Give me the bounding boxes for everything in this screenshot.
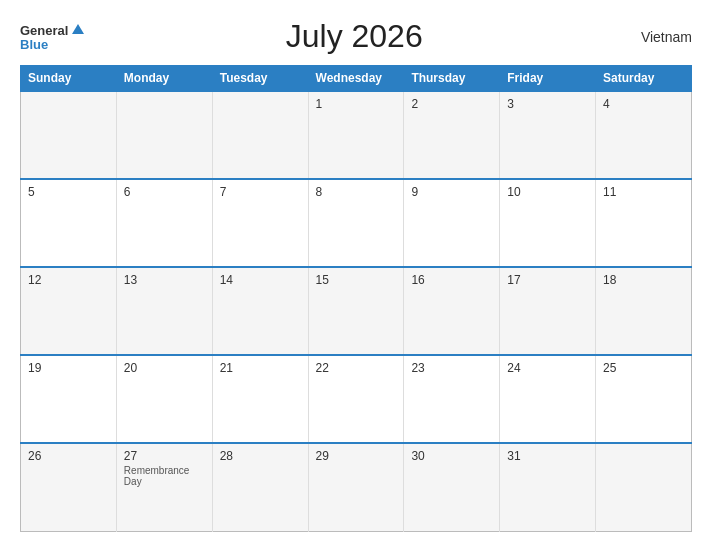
day-number: 29 <box>316 449 397 463</box>
cell-w1-d4: 1 <box>308 91 404 179</box>
day-number: 11 <box>603 185 684 199</box>
day-number: 10 <box>507 185 588 199</box>
header-thursday: Thursday <box>404 66 500 92</box>
day-number: 14 <box>220 273 301 287</box>
month-title: July 2026 <box>86 18 622 55</box>
svg-marker-0 <box>72 24 84 34</box>
day-number: 3 <box>507 97 588 111</box>
cell-w2-d2: 6 <box>116 179 212 267</box>
header-friday: Friday <box>500 66 596 92</box>
day-number: 28 <box>220 449 301 463</box>
calendar-table: Sunday Monday Tuesday Wednesday Thursday… <box>20 65 692 532</box>
cell-w5-d3: 28 <box>212 443 308 531</box>
cell-w1-d6: 3 <box>500 91 596 179</box>
day-number: 30 <box>411 449 492 463</box>
cell-w3-d7: 18 <box>596 267 692 355</box>
cell-w3-d2: 13 <box>116 267 212 355</box>
day-number: 4 <box>603 97 684 111</box>
cell-w2-d5: 9 <box>404 179 500 267</box>
day-number: 19 <box>28 361 109 375</box>
header-sunday: Sunday <box>21 66 117 92</box>
header: General Blue July 2026 Vietnam <box>20 18 692 55</box>
cell-w4-d7: 25 <box>596 355 692 443</box>
cell-w4-d2: 20 <box>116 355 212 443</box>
cell-w3-d6: 17 <box>500 267 596 355</box>
day-number: 2 <box>411 97 492 111</box>
header-tuesday: Tuesday <box>212 66 308 92</box>
cell-w5-d7 <box>596 443 692 531</box>
day-number: 16 <box>411 273 492 287</box>
cell-w3-d5: 16 <box>404 267 500 355</box>
calendar-page: General Blue July 2026 Vietnam Sunday Mo… <box>0 0 712 550</box>
day-number: 21 <box>220 361 301 375</box>
cell-w5-d2: 27Remembrance Day <box>116 443 212 531</box>
cell-w1-d1 <box>21 91 117 179</box>
logo-general: General <box>20 24 68 37</box>
cell-w3-d3: 14 <box>212 267 308 355</box>
cell-w1-d2 <box>116 91 212 179</box>
week-row-5: 2627Remembrance Day28293031 <box>21 443 692 531</box>
cell-w2-d4: 8 <box>308 179 404 267</box>
cell-w5-d6: 31 <box>500 443 596 531</box>
logo-blue: Blue <box>20 38 48 51</box>
logo: General Blue <box>20 22 86 51</box>
week-row-2: 567891011 <box>21 179 692 267</box>
cell-w4-d5: 23 <box>404 355 500 443</box>
cell-w2-d6: 10 <box>500 179 596 267</box>
days-header-row: Sunday Monday Tuesday Wednesday Thursday… <box>21 66 692 92</box>
day-number: 24 <box>507 361 588 375</box>
cell-w5-d4: 29 <box>308 443 404 531</box>
day-number: 20 <box>124 361 205 375</box>
day-number: 27 <box>124 449 205 463</box>
cell-w4-d6: 24 <box>500 355 596 443</box>
day-number: 5 <box>28 185 109 199</box>
day-number: 12 <box>28 273 109 287</box>
cell-w2-d1: 5 <box>21 179 117 267</box>
cell-w5-d5: 30 <box>404 443 500 531</box>
cell-w4-d3: 21 <box>212 355 308 443</box>
country-label: Vietnam <box>622 29 692 45</box>
cell-w3-d1: 12 <box>21 267 117 355</box>
day-number: 18 <box>603 273 684 287</box>
cell-w2-d7: 11 <box>596 179 692 267</box>
cell-w1-d5: 2 <box>404 91 500 179</box>
day-number: 26 <box>28 449 109 463</box>
logo-icon <box>70 22 86 38</box>
cell-w1-d3 <box>212 91 308 179</box>
day-number: 15 <box>316 273 397 287</box>
week-row-4: 19202122232425 <box>21 355 692 443</box>
header-wednesday: Wednesday <box>308 66 404 92</box>
day-number: 9 <box>411 185 492 199</box>
day-number: 13 <box>124 273 205 287</box>
cell-w2-d3: 7 <box>212 179 308 267</box>
week-row-3: 12131415161718 <box>21 267 692 355</box>
cell-w4-d1: 19 <box>21 355 117 443</box>
day-number: 7 <box>220 185 301 199</box>
day-number: 8 <box>316 185 397 199</box>
holiday-label: Remembrance Day <box>124 465 205 487</box>
header-monday: Monday <box>116 66 212 92</box>
cell-w3-d4: 15 <box>308 267 404 355</box>
day-number: 22 <box>316 361 397 375</box>
day-number: 23 <box>411 361 492 375</box>
cell-w4-d4: 22 <box>308 355 404 443</box>
cell-w1-d7: 4 <box>596 91 692 179</box>
day-number: 6 <box>124 185 205 199</box>
day-number: 17 <box>507 273 588 287</box>
header-saturday: Saturday <box>596 66 692 92</box>
week-row-1: 1234 <box>21 91 692 179</box>
day-number: 31 <box>507 449 588 463</box>
cell-w5-d1: 26 <box>21 443 117 531</box>
day-number: 1 <box>316 97 397 111</box>
day-number: 25 <box>603 361 684 375</box>
